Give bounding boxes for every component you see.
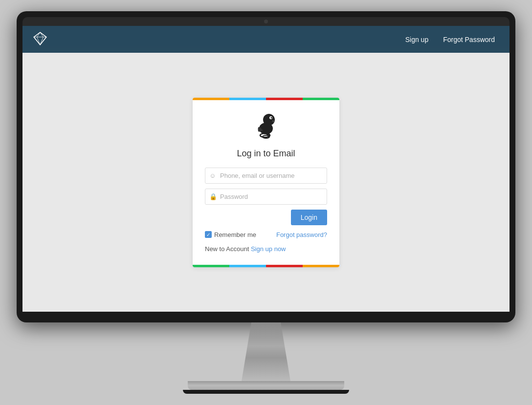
top-border-seg-1 <box>193 98 229 100</box>
username-field-wrapper: ☺ <box>205 168 327 184</box>
signup-now-link[interactable]: Sign up now <box>251 245 286 253</box>
login-button[interactable]: Login <box>291 210 327 225</box>
top-border-seg-4 <box>303 98 339 100</box>
password-input[interactable] <box>205 189 327 205</box>
forgot-password-link[interactable]: Forgot Password <box>438 33 500 46</box>
navbar-logo <box>32 31 48 48</box>
login-card: Log in to Email ☺ 🔒 <box>193 98 339 267</box>
bottom-border-seg-4 <box>303 265 339 267</box>
svg-point-5 <box>270 117 272 118</box>
card-top-border <box>193 98 339 100</box>
bottom-border-seg-1 <box>193 265 229 267</box>
new-account-text: New to Account <box>205 245 249 253</box>
monitor-top-bar <box>22 17 510 26</box>
remember-me-label: Remember me <box>214 231 256 238</box>
remember-me-row: ✓ Remember me <box>205 231 256 238</box>
username-input[interactable] <box>205 168 327 184</box>
bottom-border-seg-3 <box>266 265 303 267</box>
card-title: Log in to Email <box>237 149 295 159</box>
forgot-password-card-link[interactable]: Forgot password? <box>276 231 327 238</box>
monitor-stand <box>183 322 349 394</box>
svg-marker-0 <box>34 32 46 45</box>
navbar: Sign up Forgot Password <box>22 26 510 53</box>
stand-base <box>188 381 344 390</box>
navbar-links: Sign up Forgot Password <box>400 33 500 46</box>
monitor-screen: Sign up Forgot Password <box>22 26 510 312</box>
card-bottom-border <box>193 265 339 267</box>
top-border-seg-3 <box>266 98 303 100</box>
remember-me-checkbox[interactable]: ✓ <box>205 231 212 238</box>
password-field-wrapper: 🔒 <box>205 189 327 205</box>
monitor-bottom-bezel <box>22 312 510 322</box>
monitor-camera <box>264 20 268 23</box>
bottom-border-seg-2 <box>229 265 266 267</box>
signup-link[interactable]: Sign up <box>400 33 433 46</box>
remember-forgot-row: ✓ Remember me Forgot password? <box>205 231 327 238</box>
lock-icon: 🔒 <box>209 193 217 200</box>
stand-base-bottom <box>183 390 349 394</box>
top-border-seg-2 <box>229 98 266 100</box>
stand-neck <box>217 322 315 381</box>
main-content: Log in to Email ☺ 🔒 <box>22 53 510 312</box>
user-icon: ☺ <box>209 172 216 179</box>
monitor: Sign up Forgot Password <box>17 11 515 322</box>
app-logo <box>250 110 282 142</box>
login-actions: Login <box>205 210 327 225</box>
card-body: Log in to Email ☺ 🔒 <box>193 100 339 265</box>
signup-row: New to Account Sign up now <box>205 245 327 253</box>
